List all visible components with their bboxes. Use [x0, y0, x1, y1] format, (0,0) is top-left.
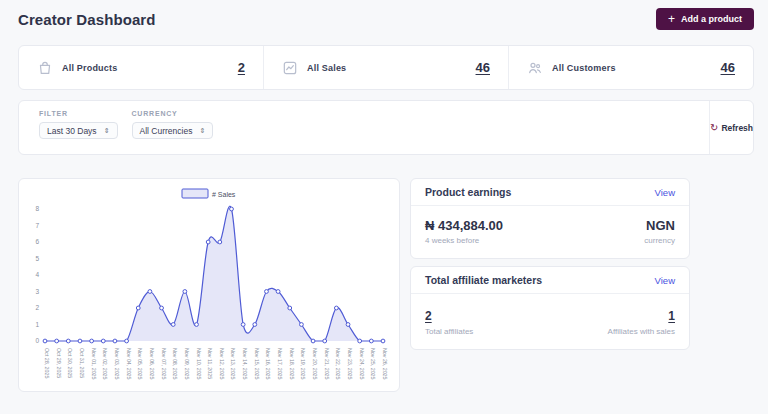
stat-all-sales: All Sales 46	[264, 46, 508, 89]
svg-text:Nov 04, 2025: Nov 04, 2025	[126, 348, 132, 380]
plus-icon: +	[668, 13, 675, 25]
affiliate-marketers-card: Total affiliate marketers View 2 Total a…	[410, 266, 690, 350]
refresh-section: ↻ Refresh	[709, 101, 753, 154]
top-bar: Creator Dashboard + Add a product	[18, 0, 754, 38]
svg-text:Nov 25, 2025: Nov 25, 2025	[370, 348, 376, 380]
svg-text:Nov 01, 2025: Nov 01, 2025	[91, 348, 97, 380]
svg-text:8: 8	[35, 205, 39, 212]
filter-bar: FILTER Last 30 Days ⇕ CURRENCY All Curre…	[18, 100, 754, 155]
earnings-amount: ₦ 434,884.00	[425, 218, 503, 233]
stats-row: All Products 2 All Sales 46 All Customer…	[18, 45, 754, 90]
svg-text:Nov 14, 2025: Nov 14, 2025	[242, 348, 248, 380]
stat-label: All Products	[62, 63, 117, 73]
updown-arrows-icon: ⇕	[199, 127, 205, 135]
svg-text:Nov 15, 2025: Nov 15, 2025	[254, 348, 260, 380]
svg-text:Nov 02, 2025: Nov 02, 2025	[102, 348, 108, 380]
bag-icon	[37, 60, 53, 76]
svg-text:Nov 22, 2025: Nov 22, 2025	[335, 348, 341, 380]
svg-text:2: 2	[35, 304, 39, 311]
affiliates-with-sales-count-link[interactable]: 1	[668, 309, 675, 323]
filter-select[interactable]: Last 30 Days ⇕	[39, 122, 118, 139]
svg-text:Nov 23, 2025: Nov 23, 2025	[347, 348, 353, 380]
view-earnings-link[interactable]: View	[655, 187, 675, 198]
svg-text:Nov 10, 2025: Nov 10, 2025	[196, 348, 202, 380]
card-header: Total affiliate marketers View	[411, 267, 689, 294]
svg-text:Oct 31, 2025: Oct 31, 2025	[79, 348, 85, 378]
svg-text:6: 6	[35, 238, 39, 245]
svg-text:Nov 12, 2025: Nov 12, 2025	[219, 348, 225, 380]
filter-select-value: Last 30 Days	[47, 126, 97, 136]
card-header: Product earnings View	[411, 179, 689, 206]
add-product-button[interactable]: + Add a product	[656, 8, 754, 30]
all-products-count-link[interactable]: 2	[238, 60, 245, 75]
card-title: Total affiliate marketers	[425, 274, 542, 286]
svg-text:Nov 08, 2025: Nov 08, 2025	[172, 348, 178, 380]
svg-text:Oct 28, 2025: Oct 28, 2025	[44, 348, 50, 378]
currency-code: NGN	[644, 218, 675, 233]
svg-text:3: 3	[35, 288, 39, 295]
stat-all-products: All Products 2	[19, 46, 263, 89]
all-sales-count-link[interactable]: 46	[476, 60, 490, 75]
svg-text:Nov 06, 2025: Nov 06, 2025	[149, 348, 155, 380]
svg-text:7: 7	[35, 222, 39, 229]
svg-text:Nov 16, 2025: Nov 16, 2025	[265, 348, 271, 380]
users-icon	[527, 60, 543, 76]
svg-text:Nov 13, 2025: Nov 13, 2025	[230, 348, 236, 380]
svg-text:5: 5	[35, 255, 39, 262]
svg-text:4: 4	[35, 271, 39, 278]
stat-label: All Customers	[552, 63, 616, 73]
svg-text:Nov 03, 2025: Nov 03, 2025	[114, 348, 120, 380]
sales-chart-card: 012345678Oct 28, 2025Oct 29, 2025Oct 30,…	[18, 178, 400, 392]
right-column: Product earnings View ₦ 434,884.00 4 wee…	[410, 178, 690, 350]
main-content: 012345678Oct 28, 2025Oct 29, 2025Oct 30,…	[18, 178, 754, 392]
svg-text:Oct 29, 2025: Oct 29, 2025	[56, 348, 62, 378]
add-product-label: Add a product	[681, 14, 742, 24]
view-affiliates-link[interactable]: View	[655, 275, 675, 286]
svg-text:Nov 09, 2025: Nov 09, 2025	[184, 348, 190, 380]
svg-text:Nov 20, 2025: Nov 20, 2025	[312, 348, 318, 380]
card-title: Product earnings	[425, 186, 511, 198]
svg-text:Oct 30, 2025: Oct 30, 2025	[67, 348, 73, 378]
svg-text:Nov 05, 2025: Nov 05, 2025	[137, 348, 143, 380]
affiliates-with-sales-label: Affiliates with sales	[608, 327, 675, 336]
stat-all-customers: All Customers 46	[509, 46, 753, 89]
svg-text:Nov 26, 2025: Nov 26, 2025	[382, 348, 388, 380]
svg-text:# Sales: # Sales	[212, 191, 236, 198]
svg-text:Nov 18, 2025: Nov 18, 2025	[289, 348, 295, 380]
svg-text:1: 1	[35, 321, 39, 328]
card-body: ₦ 434,884.00 4 weeks before NGN currency	[411, 206, 689, 258]
currency-field: CURRENCY All Currencies ⇕	[132, 110, 214, 154]
all-customers-count-link[interactable]: 46	[721, 60, 735, 75]
currency-select-value: All Currencies	[140, 126, 193, 136]
svg-text:Nov 17, 2025: Nov 17, 2025	[277, 348, 283, 380]
refresh-button[interactable]: ↻ Refresh	[710, 123, 753, 133]
creator-dashboard-page: Creator Dashboard + Add a product All Pr…	[0, 0, 768, 392]
currency-label: CURRENCY	[132, 110, 214, 117]
svg-text:Nov 07, 2025: Nov 07, 2025	[161, 348, 167, 380]
currency-select[interactable]: All Currencies ⇕	[132, 122, 214, 139]
product-earnings-card: Product earnings View ₦ 434,884.00 4 wee…	[410, 178, 690, 259]
card-body: 2 Total affiliates 1 Affiliates with sal…	[411, 294, 689, 349]
filter-label: FILTER	[39, 110, 118, 117]
total-affiliates-count-link[interactable]: 2	[425, 309, 432, 323]
sales-chart: 012345678Oct 28, 2025Oct 29, 2025Oct 30,…	[23, 183, 397, 389]
refresh-label: Refresh	[721, 123, 753, 133]
filter-fields: FILTER Last 30 Days ⇕ CURRENCY All Curre…	[19, 101, 709, 154]
page-title: Creator Dashboard	[18, 11, 156, 28]
total-affiliates-label: Total affiliates	[425, 327, 473, 336]
refresh-icon: ↻	[710, 123, 718, 133]
svg-text:0: 0	[35, 337, 39, 344]
filter-field: FILTER Last 30 Days ⇕	[39, 110, 118, 154]
svg-text:Nov 24, 2025: Nov 24, 2025	[359, 348, 365, 380]
earnings-period: 4 weeks before	[425, 236, 503, 245]
svg-text:Nov 11, 2025: Nov 11, 2025	[207, 348, 213, 379]
svg-text:Nov 19, 2025: Nov 19, 2025	[300, 348, 306, 380]
currency-caption: currency	[644, 236, 675, 245]
chart-icon	[282, 60, 298, 76]
stat-label: All Sales	[307, 63, 346, 73]
updown-arrows-icon: ⇕	[104, 127, 110, 135]
svg-text:Nov 21, 2025: Nov 21, 2025	[324, 348, 330, 380]
